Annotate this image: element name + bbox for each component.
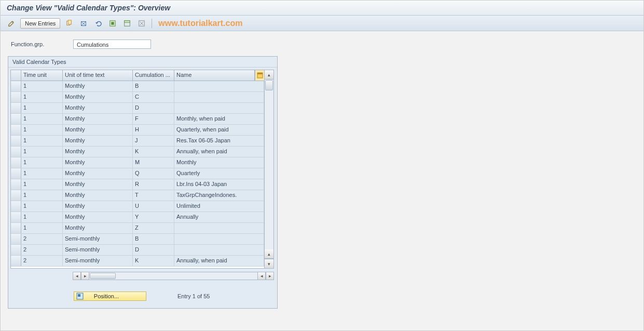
row-selector[interactable] — [11, 245, 21, 255]
cell-time-unit[interactable]: 2 — [21, 234, 63, 244]
select-all-button[interactable] — [107, 18, 118, 29]
cell-time-unit[interactable]: 1 — [21, 114, 63, 124]
column-header-selector[interactable] — [11, 70, 21, 81]
row-selector[interactable] — [11, 201, 21, 211]
cell-time-unit[interactable]: 1 — [21, 190, 63, 201]
column-header-cumulation[interactable]: Cumulation ... — [133, 70, 174, 81]
row-selector[interactable] — [11, 190, 21, 201]
deselect-all-button[interactable] — [136, 18, 147, 29]
cell-time-unit[interactable]: 1 — [21, 81, 63, 91]
column-header-name[interactable]: Name — [174, 70, 255, 81]
cell-unit-of-time-text[interactable]: Monthly — [63, 168, 133, 179]
cell-unit-of-time-text[interactable]: Monthly — [63, 201, 133, 211]
cell-name[interactable] — [174, 234, 264, 244]
cell-cumulation[interactable]: B — [133, 234, 174, 244]
cell-time-unit[interactable]: 1 — [21, 125, 63, 135]
scroll-track-horizontal[interactable] — [89, 272, 257, 280]
scroll-down-button[interactable]: ▾ — [265, 259, 273, 268]
row-selector[interactable] — [11, 212, 21, 222]
cell-unit-of-time-text[interactable]: Monthly — [63, 147, 133, 157]
cell-unit-of-time-text[interactable]: Monthly — [63, 81, 133, 91]
cell-name[interactable]: Annually, when paid — [174, 147, 264, 157]
table-row[interactable]: 2Semi-monthlyKAnnually, when paid — [11, 256, 264, 267]
scroll-track-vertical[interactable] — [265, 80, 273, 249]
table-row[interactable]: 1MonthlyD — [11, 103, 264, 114]
cell-cumulation[interactable]: J — [133, 136, 174, 146]
table-row[interactable]: 1MonthlyZ — [11, 223, 264, 234]
table-row[interactable]: 2Semi-monthlyD — [11, 245, 264, 256]
cell-name[interactable]: Res.Tax 06-05 Japan — [174, 136, 264, 146]
cell-name[interactable]: TaxGrpChangeIndones. — [174, 190, 264, 201]
cell-name[interactable]: Monthly, when paid — [174, 114, 264, 124]
table-settings-button[interactable] — [255, 70, 264, 81]
cell-name[interactable] — [174, 92, 264, 102]
scroll-up2-button[interactable]: ▴ — [265, 249, 273, 259]
cell-unit-of-time-text[interactable]: Monthly — [63, 223, 133, 233]
row-selector[interactable] — [11, 103, 21, 113]
cell-unit-of-time-text[interactable]: Semi-monthly — [63, 234, 133, 244]
cell-time-unit[interactable]: 1 — [21, 147, 63, 157]
row-selector[interactable] — [11, 81, 21, 91]
cell-cumulation[interactable]: D — [133, 103, 174, 113]
table-row[interactable]: 1MonthlyYAnnually — [11, 212, 264, 223]
cell-unit-of-time-text[interactable]: Monthly — [63, 179, 133, 190]
cell-cumulation[interactable]: D — [133, 245, 174, 255]
table-row[interactable]: 1MonthlyFMonthly, when paid — [11, 114, 264, 125]
scroll-thumb-horizontal[interactable] — [90, 273, 116, 279]
scroll-right-button[interactable]: ▸ — [266, 272, 274, 280]
cell-unit-of-time-text[interactable]: Monthly — [63, 212, 133, 222]
table-row[interactable]: 1MonthlyB — [11, 81, 264, 92]
cell-cumulation[interactable]: K — [133, 256, 174, 266]
scroll-right-inner-button[interactable]: ▸ — [81, 272, 89, 280]
cell-unit-of-time-text[interactable]: Semi-monthly — [63, 245, 133, 255]
table-row[interactable]: 1MonthlyHQuarterly, when paid — [11, 125, 264, 136]
table-row[interactable]: 1MonthlyJRes.Tax 06-05 Japan — [11, 136, 264, 147]
row-selector[interactable] — [11, 92, 21, 102]
cell-time-unit[interactable]: 1 — [21, 92, 63, 102]
row-selector[interactable] — [11, 234, 21, 244]
cell-unit-of-time-text[interactable]: Monthly — [63, 103, 133, 113]
cell-name[interactable] — [174, 103, 264, 113]
delete-button[interactable] — [78, 18, 89, 29]
cell-time-unit[interactable]: 1 — [21, 212, 63, 222]
table-row[interactable]: 1MonthlyTTaxGrpChangeIndones. — [11, 190, 264, 201]
cell-cumulation[interactable]: H — [133, 125, 174, 135]
horizontal-scrollbar[interactable]: ◂ ▸ ◂ ▸ — [73, 272, 274, 280]
cell-name[interactable] — [174, 245, 264, 255]
row-selector[interactable] — [11, 256, 21, 266]
cell-name[interactable] — [174, 223, 264, 233]
function-group-value[interactable]: Cumulations — [73, 39, 151, 49]
row-selector[interactable] — [11, 114, 21, 124]
vertical-scrollbar[interactable]: ▴ ▴ ▾ — [265, 70, 274, 269]
table-row[interactable]: 1MonthlyC — [11, 92, 264, 103]
scroll-left2-button[interactable]: ◂ — [257, 272, 266, 280]
table-row[interactable]: 1MonthlyRLbr.Ins 04-03 Japan — [11, 179, 264, 190]
cell-name[interactable]: Quarterly, when paid — [174, 125, 264, 135]
scroll-up-button[interactable]: ▴ — [265, 70, 273, 80]
column-header-time-unit[interactable]: Time unit — [21, 70, 63, 81]
scroll-thumb-vertical[interactable] — [265, 80, 273, 90]
row-selector[interactable] — [11, 168, 21, 179]
column-header-unit-of-time-text[interactable]: Unit of time text — [63, 70, 133, 81]
cell-name[interactable] — [174, 81, 264, 91]
cell-time-unit[interactable]: 1 — [21, 136, 63, 146]
row-selector[interactable] — [11, 179, 21, 190]
cell-name[interactable]: Annually, when paid — [174, 256, 264, 266]
cell-cumulation[interactable]: Y — [133, 212, 174, 222]
cell-time-unit[interactable]: 2 — [21, 245, 63, 255]
cell-cumulation[interactable]: F — [133, 114, 174, 124]
cell-unit-of-time-text[interactable]: Monthly — [63, 136, 133, 146]
select-block-button[interactable] — [121, 18, 133, 29]
cell-time-unit[interactable]: 1 — [21, 157, 63, 168]
new-entries-button[interactable]: New Entries — [20, 18, 60, 29]
cell-name[interactable]: Quarterly — [174, 168, 264, 179]
table-row[interactable]: 1MonthlyKAnnually, when paid — [11, 147, 264, 157]
cell-unit-of-time-text[interactable]: Semi-monthly — [63, 256, 133, 266]
undo-button[interactable] — [92, 18, 104, 29]
cell-name[interactable]: Lbr.Ins 04-03 Japan — [174, 179, 264, 190]
table-row[interactable]: 2Semi-monthlyB — [11, 234, 264, 245]
cell-unit-of-time-text[interactable]: Monthly — [63, 125, 133, 135]
cell-time-unit[interactable]: 1 — [21, 223, 63, 233]
table-row[interactable]: 1MonthlyMMonthly — [11, 157, 264, 168]
row-selector[interactable] — [11, 125, 21, 135]
